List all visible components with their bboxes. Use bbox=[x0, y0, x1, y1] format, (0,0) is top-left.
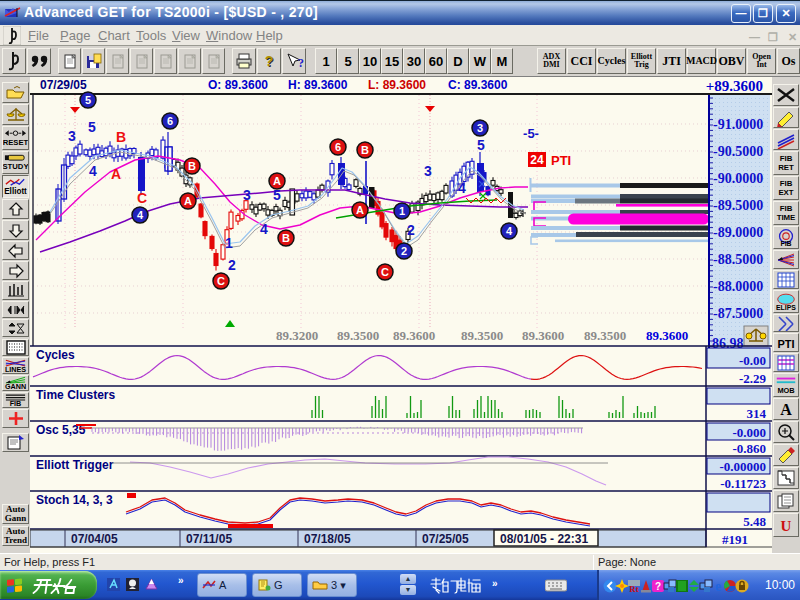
svg-text:TIME: TIME bbox=[777, 213, 796, 222]
svg-text:24: 24 bbox=[530, 153, 544, 167]
svg-text:Time Clusters: Time Clusters bbox=[36, 388, 115, 402]
svg-text:3: 3 bbox=[424, 163, 432, 179]
svg-text:-0.860: -0.860 bbox=[732, 441, 766, 456]
svg-text:B: B bbox=[116, 129, 126, 145]
svg-text:-87.5000: -87.5000 bbox=[713, 306, 763, 321]
svg-text:314: 314 bbox=[747, 406, 767, 421]
svg-text:B: B bbox=[282, 232, 290, 244]
svg-text:6: 6 bbox=[335, 141, 341, 153]
svg-text:A: A bbox=[111, 166, 121, 182]
svg-text:3: 3 bbox=[243, 187, 251, 203]
svg-text:5: 5 bbox=[477, 137, 485, 153]
svg-text:07/25/05: 07/25/05 bbox=[422, 532, 469, 546]
svg-text:+89.3600: +89.3600 bbox=[706, 78, 763, 94]
svg-text:07/04/05: 07/04/05 bbox=[71, 532, 118, 546]
svg-text:Cycles: Cycles bbox=[36, 348, 75, 362]
svg-text:5.48: 5.48 bbox=[743, 514, 766, 529]
svg-text:6: 6 bbox=[167, 115, 173, 127]
svg-text:LINES: LINES bbox=[5, 365, 26, 373]
svg-text:MOB: MOB bbox=[777, 386, 794, 395]
svg-text:89.3600: 89.3600 bbox=[522, 328, 564, 343]
svg-text:PTI: PTI bbox=[777, 338, 794, 350]
svg-text:-2.29: -2.29 bbox=[739, 371, 767, 386]
svg-text:H: 89.3600: H: 89.3600 bbox=[288, 78, 348, 92]
svg-text:89.3600: 89.3600 bbox=[646, 328, 688, 343]
svg-text:07/29/05: 07/29/05 bbox=[40, 78, 87, 92]
svg-text:-89.5000: -89.5000 bbox=[713, 198, 763, 213]
svg-text:B: B bbox=[361, 144, 369, 156]
svg-text:STUDY: STUDY bbox=[3, 161, 28, 170]
svg-text:-88.5000: -88.5000 bbox=[713, 252, 763, 267]
svg-text:5: 5 bbox=[85, 94, 91, 106]
svg-text:FIB: FIB bbox=[10, 399, 22, 407]
svg-text:PTI: PTI bbox=[551, 153, 571, 168]
svg-text:-0.00: -0.00 bbox=[739, 353, 766, 368]
svg-text:?: ? bbox=[655, 581, 661, 592]
svg-text:FIB: FIB bbox=[780, 154, 793, 163]
svg-text:RET: RET bbox=[778, 163, 794, 172]
svg-text:2: 2 bbox=[228, 257, 236, 273]
svg-text:08/01/05 - 22:31: 08/01/05 - 22:31 bbox=[500, 532, 588, 546]
svg-text:-88.0000: -88.0000 bbox=[713, 279, 763, 294]
svg-text:C: C bbox=[137, 190, 147, 206]
svg-text:89.3600: 89.3600 bbox=[393, 328, 435, 343]
svg-text:2: 2 bbox=[407, 222, 415, 238]
svg-text:FIB: FIB bbox=[780, 204, 793, 213]
svg-text:5: 5 bbox=[88, 119, 96, 135]
svg-text:L: 89.3600: L: 89.3600 bbox=[368, 78, 426, 92]
svg-text:89.3500: 89.3500 bbox=[584, 328, 626, 343]
svg-text:4: 4 bbox=[458, 180, 466, 196]
svg-text:FIB: FIB bbox=[780, 179, 793, 188]
svg-text:-0.000: -0.000 bbox=[732, 425, 766, 440]
svg-text:-89.0000: -89.0000 bbox=[713, 225, 763, 240]
svg-text:A: A bbox=[184, 195, 192, 207]
svg-text:GANN: GANN bbox=[5, 382, 26, 390]
svg-text:A: A bbox=[780, 401, 792, 418]
svg-text:89.3500: 89.3500 bbox=[337, 328, 379, 343]
svg-text:-91.0000: -91.0000 bbox=[713, 117, 763, 132]
svg-text:#191: #191 bbox=[722, 532, 748, 547]
svg-text:-90.5000: -90.5000 bbox=[713, 144, 763, 159]
svg-text:3: 3 bbox=[68, 128, 76, 144]
svg-text:1: 1 bbox=[225, 235, 233, 251]
svg-text:C: 89.3600: C: 89.3600 bbox=[448, 78, 508, 92]
svg-text:ELIPS: ELIPS bbox=[776, 304, 796, 311]
svg-text:4: 4 bbox=[260, 221, 268, 237]
svg-text:Stoch 14, 3, 3: Stoch 14, 3, 3 bbox=[36, 493, 113, 507]
svg-text:2: 2 bbox=[401, 245, 407, 257]
svg-text:A: A bbox=[273, 175, 281, 187]
svg-text:3: 3 bbox=[477, 122, 483, 134]
svg-text:-90.0000: -90.0000 bbox=[713, 171, 763, 186]
svg-text:O: 89.3600: O: 89.3600 bbox=[208, 78, 268, 92]
svg-text:Elliott: Elliott bbox=[4, 186, 27, 195]
svg-text:B: B bbox=[188, 160, 196, 172]
svg-text:-0.00000: -0.00000 bbox=[719, 459, 766, 474]
svg-text:C: C bbox=[217, 275, 225, 287]
svg-text:4: 4 bbox=[506, 225, 513, 237]
svg-text:07/11/05: 07/11/05 bbox=[186, 532, 232, 546]
svg-text:1: 1 bbox=[399, 205, 405, 217]
svg-text:Elliott Trigger: Elliott Trigger bbox=[36, 458, 114, 472]
svg-text:A: A bbox=[356, 204, 364, 216]
svg-text:-5-: -5- bbox=[523, 126, 539, 141]
svg-text:FIB: FIB bbox=[780, 240, 791, 247]
svg-text:EXT: EXT bbox=[778, 188, 793, 197]
svg-text:C: C bbox=[381, 266, 389, 278]
svg-text:4: 4 bbox=[137, 209, 144, 221]
svg-text:e: e bbox=[715, 579, 721, 593]
svg-text:RESET: RESET bbox=[3, 137, 28, 146]
svg-text:?: ? bbox=[298, 56, 304, 70]
svg-text:U: U bbox=[781, 518, 792, 534]
svg-text:Rt: Rt bbox=[629, 584, 639, 593]
svg-text:07/18/05: 07/18/05 bbox=[304, 532, 351, 546]
svg-text:4: 4 bbox=[89, 163, 97, 179]
svg-text:89.3200: 89.3200 bbox=[276, 328, 318, 343]
svg-text:-0.11723: -0.11723 bbox=[720, 476, 766, 491]
svg-text:89.3500: 89.3500 bbox=[461, 328, 503, 343]
